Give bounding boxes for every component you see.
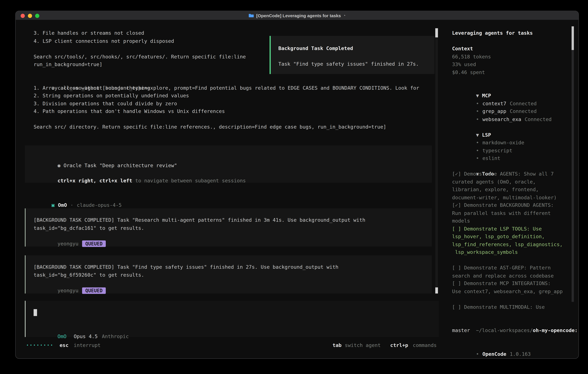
- todo-item-line: Run parallel tasks with different: [452, 209, 570, 217]
- input-model-name: Opus 4.5: [74, 333, 98, 339]
- log-line: 3. Division operations that could divide…: [33, 100, 386, 108]
- context-tokens: 66,518 tokens: [452, 53, 570, 61]
- traffic-lights: [21, 14, 39, 18]
- input-provider-name: Anthropic: [102, 333, 129, 339]
- todo-item-line: lsp_workspace_symbols: [452, 249, 570, 256]
- todo-item: [✓] Demonstrate AGENTS: Show all 7: [452, 170, 570, 178]
- esc-key-label: interrupt: [74, 342, 101, 349]
- sidebar: Leveraging agents for tasks Context 66,5…: [452, 29, 570, 350]
- log-line: run_in_background=true]: [33, 61, 246, 69]
- todo-item-line: librarian, explore, frontend,: [452, 186, 570, 194]
- sidebar-scrollbar[interactable]: [572, 26, 574, 302]
- version-info: •OpenCode1.0.163: [452, 342, 570, 350]
- message-text: task_id="bg_6f59260c" to get results.: [33, 271, 432, 279]
- log-line: 2. String operations on potentially unde…: [33, 92, 386, 100]
- log-line: Search src/ directory. Return specific f…: [33, 123, 386, 131]
- window-title-text: [OpenCode] Leveraging agents for tasks: [256, 13, 341, 18]
- esc-key-hint: esc: [60, 342, 69, 349]
- log-line: 4. LSP client connections not properly d…: [33, 37, 246, 45]
- context-heading: Context: [452, 45, 570, 53]
- log-line: Search src/tools/, src/hooks/, src/featu…: [33, 53, 246, 61]
- tool-call-line: ⚙call_omo_agent [subagent_type=explore, …: [33, 76, 419, 84]
- message-author: yeongyu: [57, 288, 78, 293]
- chevron-down-icon: ▼: [476, 93, 479, 98]
- notification-title: Background Task Completed: [278, 45, 427, 52]
- message-block: [BACKGROUND TASK COMPLETED] Task "Resear…: [25, 208, 432, 247]
- message-text: task_id="bg_dcfac161" to get results.: [33, 224, 432, 232]
- bullet-icon: •: [476, 140, 479, 145]
- context-used: 33% used: [452, 61, 570, 69]
- todo-item-line: search and replace across codebase: [452, 272, 570, 280]
- chat-log: 3. File handles or streams not closed 4.…: [33, 29, 246, 68]
- scrollbar-thumb[interactable]: [435, 28, 438, 37]
- chevron-down-icon: ▼: [476, 132, 479, 138]
- message-text: [BACKGROUND TASK COMPLETED] Task "Resear…: [33, 216, 432, 224]
- folder-icon: [249, 13, 254, 18]
- tab-key-label: switch agent: [345, 342, 381, 349]
- bullet-icon: •: [476, 147, 479, 153]
- log-line: 1. Array access without bounds checking: [33, 84, 386, 92]
- oracle-title: Oracle Task "Deep architecture review": [63, 162, 177, 168]
- todo-item: [ ] Demonstrate AST-GREP: Pattern: [452, 264, 570, 272]
- todo-item-line: Use context7, websearch_exa, grep_app: [452, 288, 570, 295]
- terminal-window: [OpenCode] Leveraging agents for tasks ◔…: [15, 11, 579, 359]
- main-scrollbar[interactable]: [435, 28, 438, 293]
- queued-badge: QUEUED: [82, 287, 105, 294]
- oracle-hint-keys: ctrl+x right, ctrl+x left: [57, 178, 132, 184]
- todo-item: [✓] Demonstrate BACKGROUND AGENTS:: [452, 201, 570, 209]
- todo-item: [ ] Demonstrate MCP INTEGRATIONS:: [452, 280, 570, 288]
- todo-item-line: lsp_hover, lsp_goto_definition,: [452, 233, 570, 241]
- scrollbar-thumb[interactable]: [435, 287, 438, 293]
- ctrlp-key-label: commands: [413, 342, 437, 349]
- bullet-icon: •: [476, 116, 479, 122]
- window-title: [OpenCode] Leveraging agents for tasks ◔: [249, 13, 346, 18]
- bullet-icon: •: [476, 155, 479, 161]
- desktop-background: [OpenCode] Leveraging agents for tasks ◔…: [0, 0, 588, 374]
- tab-key-hint: tab: [333, 342, 342, 349]
- todo-item-line: models: [452, 217, 570, 225]
- todo-item: [ ] Demonstrate MULTIMODAL: Use: [452, 303, 570, 311]
- agent-header: ▣OmO·claude-opus-4-5: [33, 194, 122, 201]
- message-text: [BACKGROUND TASK COMPLETED] Task "Find t…: [33, 263, 432, 271]
- todo-item-line: lsp_find_references, lsp_diagnostics,: [452, 241, 570, 249]
- window-titlebar[interactable]: [OpenCode] Leveraging agents for tasks ◔: [16, 11, 578, 20]
- oracle-icon: ◉: [57, 162, 61, 168]
- separator: ·: [70, 202, 73, 208]
- agent-name: OmO: [58, 202, 67, 208]
- session-status-icon: ◔: [343, 13, 346, 18]
- mcp-section-header[interactable]: ▼MCP: [452, 84, 570, 92]
- log-line: 3. File handles or streams not closed: [33, 29, 246, 37]
- log-line: 4. Path operations that don't handle Win…: [33, 108, 386, 115]
- tool-call-prompt: 1. Array access without bounds checking …: [33, 84, 386, 131]
- bullet-icon: •: [476, 351, 479, 357]
- scrollbar-thumb[interactable]: [572, 26, 574, 50]
- oracle-hint-text: to navigate between subagent sessions: [132, 178, 246, 184]
- spinner-dots: ••••••••: [26, 342, 54, 349]
- todo-item: [ ] Demonstrate LSP TOOLS: Use: [452, 225, 570, 233]
- zoom-button[interactable]: [35, 14, 39, 18]
- message-author: yeongyu: [57, 241, 78, 246]
- session-title: Leveraging agents for tasks: [452, 29, 570, 37]
- text-cursor: [33, 309, 37, 316]
- bullet-icon: •: [476, 108, 479, 114]
- minimize-button[interactable]: [28, 14, 32, 18]
- queued-badge: QUEUED: [82, 240, 105, 247]
- notification-body: Task "Find type safety issues" finished …: [278, 60, 427, 68]
- input-agent-name: OmO: [57, 333, 66, 339]
- oracle-task-panel: ◉Oracle Task "Deep architecture review" …: [25, 145, 432, 183]
- workspace-path: ~/local-workspaces/oh-my-opencode:: [452, 319, 570, 327]
- todo-item-line: document-writer, multimodal-looker): [452, 194, 570, 201]
- model-selector[interactable]: OmOOpus 4.5Anthropic: [33, 325, 129, 333]
- ctrlp-key-hint: ctrl+p: [390, 342, 408, 349]
- message-block: [BACKGROUND TASK COMPLETED] Task "Find t…: [25, 255, 432, 293]
- notification-toast[interactable]: Background Task Completed Task "Find typ…: [270, 36, 434, 74]
- todo-item-line: curated agents (OmO, oracle,: [452, 178, 570, 186]
- agent-icon: ▣: [52, 202, 54, 208]
- close-button[interactable]: [21, 14, 25, 18]
- context-spent: $0.46 spent: [452, 69, 570, 76]
- bullet-icon: •: [476, 101, 479, 106]
- agent-model: claude-opus-4-5: [77, 202, 122, 208]
- prompt-input[interactable]: OmOOpus 4.5Anthropic: [25, 301, 439, 337]
